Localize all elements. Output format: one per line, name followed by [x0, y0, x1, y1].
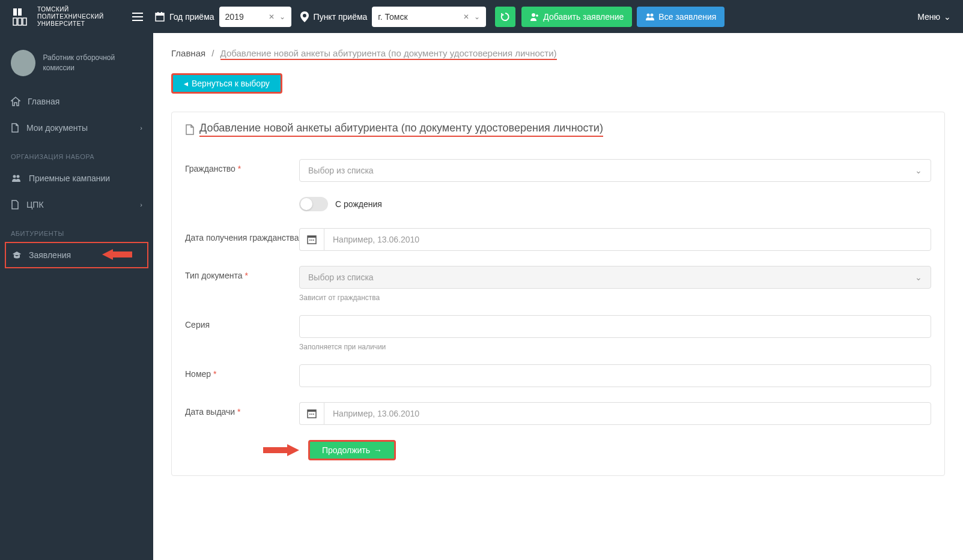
svg-rect-7 — [132, 20, 143, 21]
avatar — [11, 50, 35, 76]
breadcrumb-home[interactable]: Главная — [171, 48, 205, 58]
svg-rect-1 — [18, 8, 22, 16]
year-label: Год приёма — [169, 12, 214, 22]
annotation-arrow — [263, 444, 299, 456]
breadcrumb-current: Добавление новой анкеты абитуриента (по … — [220, 48, 557, 60]
annotation-arrow — [102, 249, 132, 260]
hamburger-menu[interactable] — [132, 13, 143, 21]
logo-icon — [12, 7, 31, 26]
continue-button[interactable]: Продолжить → — [308, 440, 396, 460]
calendar-icon[interactable] — [299, 228, 324, 251]
clear-icon[interactable]: ✕ — [463, 13, 469, 21]
calendar-icon[interactable] — [299, 402, 324, 425]
refresh-icon — [500, 12, 510, 22]
add-user-icon — [530, 12, 539, 22]
from-birth-toggle[interactable] — [299, 197, 328, 211]
refresh-button[interactable] — [495, 7, 515, 27]
svg-rect-2 — [13, 18, 17, 25]
svg-rect-11 — [161, 12, 162, 14]
svg-rect-5 — [132, 13, 143, 14]
sidebar-section-applicants: АБИТУРИЕНТЫ — [0, 218, 153, 242]
sidebar-item-campaigns[interactable]: Приемные кампании — [0, 165, 153, 191]
sidebar-item-home[interactable]: Главная — [0, 88, 153, 115]
logo-text: ТОМСКИЙПОЛИТЕХНИЧЕСКИЙУНИВЕРСИТЕТ — [37, 6, 104, 28]
arrow-right-icon: → — [374, 445, 382, 455]
svg-point-13 — [647, 13, 650, 16]
svg-point-24 — [309, 414, 311, 415]
issuedate-label: Дата выдачи * — [185, 402, 299, 417]
issuedate-input[interactable] — [324, 402, 931, 425]
point-select[interactable]: г. Томск ✕ ⌄ — [372, 7, 486, 27]
users-icon — [645, 12, 655, 22]
main-content: Главная / Добавление новой анкеты абитур… — [153, 33, 963, 560]
doctype-help: Зависит от гражданства — [299, 294, 931, 302]
svg-point-15 — [13, 175, 16, 178]
number-input[interactable] — [299, 364, 931, 387]
svg-point-19 — [309, 239, 311, 241]
panel-title: Добавление новой анкеты абитуриента (по … — [172, 112, 944, 144]
chevron-right-icon: › — [140, 124, 142, 131]
sidebar-section-org: ОРГАНИЗАЦИЯ НАБОРА — [0, 141, 153, 165]
svg-rect-0 — [13, 8, 17, 16]
citizenship-select[interactable]: Выбор из списка ⌄ — [299, 159, 931, 182]
doctype-select[interactable]: Выбор из списка ⌄ — [299, 266, 931, 289]
svg-rect-3 — [18, 18, 22, 25]
chevron-right-icon: › — [140, 201, 142, 208]
all-applications-button[interactable]: Все заявления — [637, 7, 725, 27]
svg-rect-4 — [23, 18, 26, 25]
series-label: Серия — [185, 315, 299, 330]
svg-point-14 — [651, 13, 654, 16]
citizenship-label: Гражданство * — [185, 159, 299, 173]
chevron-down-icon: ⌄ — [915, 272, 922, 282]
svg-point-20 — [311, 239, 312, 241]
arrow-left-icon: ◂ — [184, 79, 188, 88]
year-filter-group: Год приёма 2019 ✕ ⌄ — [155, 7, 291, 27]
svg-rect-6 — [132, 16, 143, 17]
chevron-down-icon[interactable]: ⌄ — [474, 13, 480, 21]
svg-rect-10 — [157, 12, 159, 14]
from-birth-label: С рождения — [335, 199, 382, 209]
svg-point-16 — [17, 175, 20, 178]
form-panel: Добавление новой анкеты абитуриента (по … — [171, 112, 945, 476]
menu-dropdown[interactable]: Меню ⌄ — [917, 12, 951, 22]
series-help: Заполняется при наличии — [299, 343, 931, 351]
svg-point-21 — [313, 239, 314, 241]
sidebar-item-cpk[interactable]: ЦПК › — [0, 191, 153, 218]
svg-rect-18 — [308, 236, 316, 238]
citizenship-date-label: Дата получения гражданства — [185, 228, 299, 242]
chevron-down-icon[interactable]: ⌄ — [279, 13, 285, 21]
svg-point-26 — [313, 414, 314, 415]
svg-rect-9 — [156, 13, 164, 16]
clear-icon[interactable]: ✕ — [269, 13, 275, 21]
chevron-down-icon: ⌄ — [944, 12, 951, 22]
point-filter-group: Пункт приёма г. Томск ✕ ⌄ — [300, 7, 487, 27]
series-input[interactable] — [299, 315, 931, 338]
calendar-icon — [155, 12, 165, 22]
home-icon — [11, 97, 20, 106]
sidebar-item-mydocs[interactable]: Мои документы › — [0, 115, 153, 141]
back-button[interactable]: ◂ Вернуться к выбору — [171, 73, 282, 94]
users-icon — [11, 174, 22, 182]
point-label: Пункт приёма — [314, 12, 368, 22]
year-select[interactable]: 2019 ✕ ⌄ — [219, 7, 291, 27]
doctype-label: Тип документа * — [185, 266, 299, 280]
breadcrumb: Главная / Добавление новой анкеты абитур… — [171, 48, 945, 58]
svg-point-12 — [532, 13, 535, 17]
user-role: Работник отборочной комиссии — [43, 53, 142, 73]
svg-point-25 — [311, 414, 312, 415]
location-icon — [300, 11, 309, 22]
user-block: Работник отборочной комиссии — [0, 45, 153, 88]
add-application-button[interactable]: Добавить заявление — [521, 7, 632, 27]
graduation-icon — [12, 250, 22, 260]
file-add-icon — [185, 124, 195, 135]
citizenship-date-input[interactable] — [324, 228, 931, 251]
number-label: Номер * — [185, 364, 299, 379]
document-icon — [11, 123, 19, 133]
main-header: ТОМСКИЙПОЛИТЕХНИЧЕСКИЙУНИВЕРСИТЕТ Год пр… — [0, 0, 963, 33]
chevron-down-icon: ⌄ — [915, 166, 922, 175]
document-icon — [11, 200, 19, 209]
sidebar: Работник отборочной комиссии Главная Мои… — [0, 33, 153, 560]
hamburger-icon — [132, 13, 143, 21]
logo[interactable]: ТОМСКИЙПОЛИТЕХНИЧЕСКИЙУНИВЕРСИТЕТ — [12, 6, 120, 28]
svg-rect-23 — [308, 410, 316, 412]
